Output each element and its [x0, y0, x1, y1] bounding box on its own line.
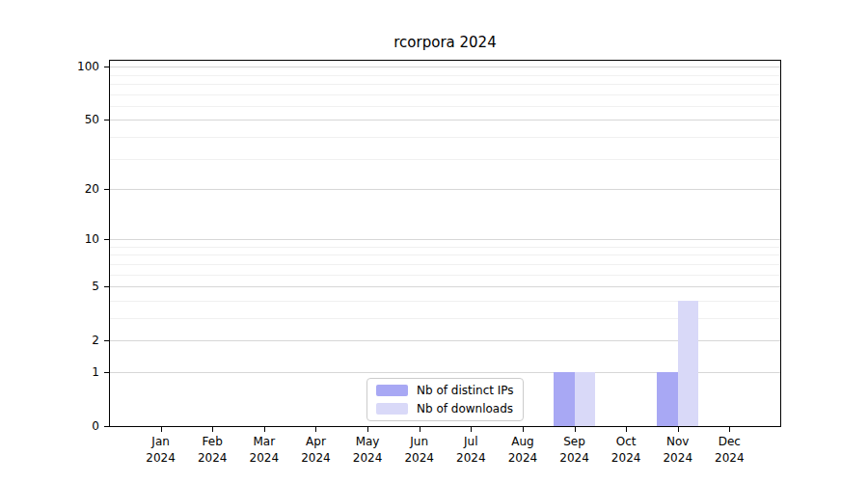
- chart-title: rcorpora 2024: [109, 34, 781, 51]
- x-tick-mark: [161, 427, 162, 432]
- legend: Nb of distinct IPs Nb of downloads: [366, 378, 524, 421]
- legend-label-distinct-ips: Nb of distinct IPs: [417, 384, 514, 397]
- x-tick-mark: [729, 427, 730, 432]
- x-tick-mark: [471, 427, 472, 432]
- gridline-major: [110, 67, 780, 67]
- x-tick-mark: [678, 427, 679, 432]
- gridline-minor: [110, 275, 780, 276]
- y-tick-mark: [104, 120, 109, 120]
- y-tick-mark: [104, 372, 109, 373]
- gridline-minor: [110, 94, 780, 95]
- x-tick-mark: [420, 427, 420, 432]
- y-tick-mark: [104, 426, 109, 427]
- gridline-major: [110, 239, 780, 240]
- gridline-minor: [110, 75, 780, 76]
- legend-swatch-distinct-ips: [376, 385, 408, 396]
- y-tick-mark: [104, 340, 109, 341]
- x-tick-mark: [264, 427, 265, 432]
- gridline-minor: [110, 254, 780, 255]
- x-label-month: Dec: [698, 434, 760, 450]
- y-tick-label: 10: [53, 232, 99, 246]
- gridline-major: [110, 189, 780, 190]
- x-label-year: 2024: [698, 450, 760, 467]
- bar-downloads: [678, 301, 698, 426]
- y-tick-mark: [104, 189, 109, 190]
- gridline-minor: [110, 84, 780, 85]
- legend-label-downloads: Nb of downloads: [417, 402, 513, 415]
- x-tick-mark: [212, 427, 213, 432]
- legend-entry-distinct-ips: Nb of distinct IPs: [376, 384, 514, 397]
- y-tick-label: 100: [53, 60, 99, 73]
- gridline-major: [110, 120, 780, 120]
- legend-swatch-downloads: [376, 403, 408, 415]
- gridline-major: [110, 286, 780, 287]
- x-tick-label: Dec2024: [698, 434, 760, 467]
- gridline-minor: [110, 137, 780, 138]
- y-tick-label: 5: [53, 280, 99, 293]
- gridline-minor: [110, 106, 780, 107]
- y-tick-label: 1: [53, 365, 99, 379]
- plot-area: [109, 60, 781, 427]
- legend-entry-downloads: Nb of downloads: [376, 402, 514, 415]
- x-tick-mark: [575, 427, 576, 432]
- gridline-minor: [110, 247, 780, 248]
- x-tick-mark: [626, 427, 627, 432]
- bar-distinct-ips: [657, 372, 677, 426]
- bar-distinct-ips: [554, 372, 574, 426]
- bar-downloads: [575, 372, 595, 426]
- figure: rcorpora 2024 Nb of distinct IPs Nb of d…: [0, 0, 868, 482]
- x-tick-mark: [367, 427, 368, 432]
- y-tick-label: 50: [53, 113, 99, 126]
- y-tick-label: 20: [53, 182, 99, 196]
- gridline-minor: [110, 159, 780, 160]
- y-tick-label: 2: [53, 334, 99, 347]
- y-tick-mark: [104, 239, 109, 240]
- x-tick-mark: [523, 427, 524, 432]
- y-tick-label: 0: [53, 419, 99, 433]
- y-tick-mark: [104, 286, 109, 287]
- x-tick-mark: [315, 427, 316, 432]
- gridline-minor: [110, 264, 780, 265]
- y-tick-mark: [104, 67, 109, 67]
